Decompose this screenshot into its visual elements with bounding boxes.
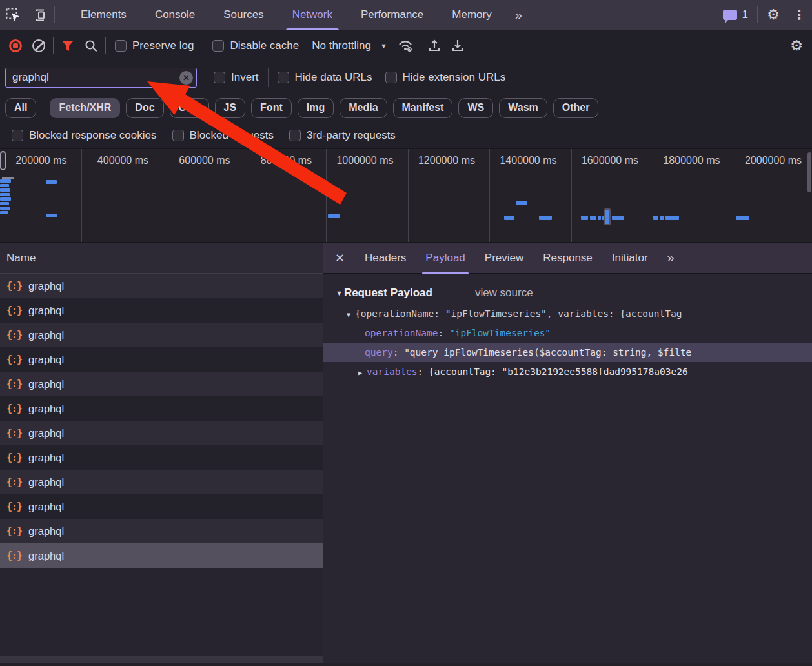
view-source-link[interactable]: view source (475, 287, 533, 299)
json-icon: {:} (6, 280, 22, 292)
request-timing-bar (612, 216, 624, 220)
filter-chip-font[interactable]: Font (251, 98, 292, 118)
tab-elements[interactable]: Elements (66, 0, 141, 30)
network-settings-gear-icon[interactable]: ⚙ (785, 34, 808, 57)
request-row[interactable]: {:}graphql (0, 519, 323, 543)
hide-data-urls-checkbox[interactable]: Hide data URLs (271, 71, 379, 84)
network-conditions-icon[interactable] (394, 34, 417, 57)
request-payload-section[interactable]: ▼ Request Payload view source (323, 282, 812, 304)
timeline-tick-label: 1000000 ms (327, 149, 409, 242)
checkbox-box[interactable] (115, 40, 127, 52)
settings-gear-icon[interactable]: ⚙ (760, 0, 786, 30)
request-row[interactable]: {:}graphql (0, 421, 323, 445)
operation-name-row[interactable]: operationName: "ipFlowTimeseries" (323, 323, 812, 343)
request-row[interactable]: {:}graphql (0, 323, 323, 347)
filter-chip-media[interactable]: Media (340, 98, 387, 118)
payload-summary-row[interactable]: ▼{operationName: "ipFlowTimeseries", var… (323, 304, 812, 323)
filter-chip-manifest[interactable]: Manifest (393, 98, 453, 118)
request-row[interactable]: {:}graphql (0, 396, 323, 421)
more-tabs-icon[interactable]: » (506, 0, 531, 30)
request-timing-bar (0, 211, 8, 214)
clear-filter-icon[interactable]: ✕ (179, 71, 193, 85)
request-timing-bar (590, 216, 596, 220)
hide-extension-urls-checkbox[interactable]: Hide extension URLs (379, 71, 513, 84)
variables-row[interactable]: ▶variables: {accountTag: "b12e3b2192ee55… (323, 362, 812, 381)
request-row[interactable]: {:}graphql (0, 494, 323, 519)
more-options-icon[interactable]: ⋮ (786, 0, 812, 30)
details-tab-payload[interactable]: Payload (416, 243, 474, 274)
checkbox-box[interactable] (172, 130, 184, 141)
details-tab-response[interactable]: Response (533, 243, 602, 274)
details-tab-headers[interactable]: Headers (355, 243, 416, 274)
filter-chip-img[interactable]: Img (298, 98, 334, 118)
section-divider (323, 385, 812, 385)
checkbox-box[interactable] (385, 72, 397, 83)
request-row[interactable]: {:}graphql (0, 298, 323, 323)
filter-chip-fetch-xhr[interactable]: Fetch/XHR (50, 98, 120, 118)
details-tab-initiator[interactable]: Initiator (602, 243, 658, 274)
filter-chip-wasm[interactable]: Wasm (499, 98, 547, 118)
section-title: Request Payload (344, 287, 432, 299)
name-column-header[interactable]: Name (0, 243, 323, 274)
tab-memory[interactable]: Memory (438, 0, 505, 30)
disable-cache-checkbox[interactable]: Disable cache (206, 39, 305, 52)
search-icon[interactable] (79, 34, 103, 57)
checkbox-box[interactable] (289, 130, 301, 141)
filter-chip-all[interactable]: All (5, 98, 36, 118)
request-row[interactable]: {:}graphql (0, 347, 323, 372)
device-toolbar-icon[interactable] (26, 0, 52, 30)
checkbox-box[interactable] (214, 72, 225, 83)
checkbox-box[interactable] (12, 130, 23, 141)
more-details-tabs-icon[interactable]: » (658, 243, 684, 274)
divider (105, 37, 106, 54)
query-row[interactable]: query: "query ipFlowTimeseries($accountT… (323, 343, 812, 362)
import-har-icon[interactable] (423, 34, 446, 57)
invert-checkbox[interactable]: Invert (207, 71, 265, 84)
timeline-tick-label: 600000 ms (163, 149, 245, 242)
details-tab-preview[interactable]: Preview (475, 243, 533, 274)
filter-chip-other[interactable]: Other (553, 98, 599, 118)
request-row[interactable]: {:}graphql (0, 543, 323, 568)
close-details-icon[interactable]: ✕ (323, 251, 355, 265)
timeline-tick-label: 200000 ms (0, 149, 82, 242)
json-icon: {:} (6, 378, 22, 390)
request-row[interactable]: {:}graphql (0, 372, 323, 396)
filter-input[interactable] (5, 68, 197, 88)
record-button[interactable] (4, 34, 27, 57)
horizontal-scrollbar[interactable] (0, 656, 323, 663)
request-timing-bar (0, 197, 11, 201)
tab-network[interactable]: Network (278, 0, 347, 30)
filter-chip-doc[interactable]: Doc (126, 98, 163, 118)
timeline-tick-label: 1400000 ms (490, 149, 572, 242)
network-overview-timeline[interactable]: 200000 ms400000 ms600000 ms800000 ms1000… (0, 149, 812, 243)
blocked-response-cookies-checkbox[interactable]: Blocked response cookies (5, 129, 166, 142)
checkbox-box[interactable] (278, 72, 289, 83)
throttling-dropdown[interactable]: No throttling ▼ (305, 39, 394, 52)
tab-sources[interactable]: Sources (209, 0, 278, 30)
blocked-requests-checkbox[interactable]: Blocked requests (166, 129, 283, 142)
filter-icon[interactable] (56, 34, 79, 57)
filter-chip-ws[interactable]: WS (458, 98, 493, 118)
third-party-requests-checkbox[interactable]: 3rd-party requests (283, 129, 405, 142)
checkbox-box[interactable] (212, 40, 224, 52)
clear-network-log-icon[interactable] (27, 34, 50, 57)
overview-left-handle[interactable] (0, 151, 6, 170)
export-har-icon[interactable] (446, 34, 469, 57)
tab-performance[interactable]: Performance (347, 0, 438, 30)
network-toolbar: Preserve log Disable cache No throttling… (0, 30, 812, 61)
filter-chip-js[interactable]: JS (215, 98, 246, 118)
filter-chip-css[interactable]: CSS (170, 98, 209, 118)
chevron-down-icon: ▼ (380, 42, 387, 50)
preserve-log-checkbox[interactable]: Preserve log (108, 39, 200, 52)
request-timing-bar (0, 202, 9, 205)
request-row[interactable]: {:}graphql (0, 445, 323, 470)
request-timing-bar (665, 216, 679, 220)
tab-console[interactable]: Console (141, 0, 209, 30)
overview-scrollbar[interactable] (807, 152, 811, 192)
request-timing-bar (539, 216, 552, 220)
request-row[interactable]: {:}graphql (0, 274, 323, 298)
issues-button[interactable]: 1 (716, 8, 755, 21)
inspect-element-icon[interactable] (0, 0, 26, 30)
divider (782, 37, 782, 54)
request-row[interactable]: {:}graphql (0, 470, 323, 494)
